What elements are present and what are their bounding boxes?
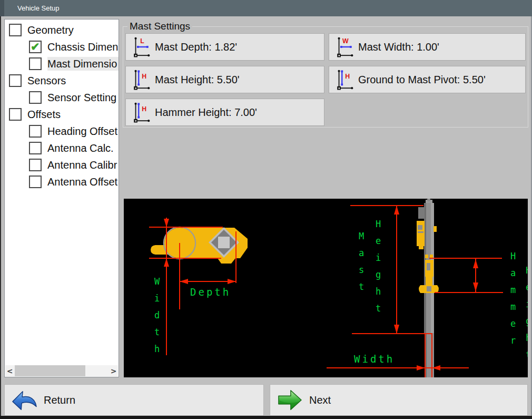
height-dimension-icon: H bbox=[131, 67, 151, 92]
tree-item-label[interactable]: Heading Offset bbox=[47, 124, 119, 138]
return-button[interactable]: Return bbox=[4, 384, 264, 416]
tree-item-label[interactable]: Sensors bbox=[27, 74, 119, 87]
hammer-height-label: Hammer Height: 7.00' bbox=[155, 106, 257, 119]
scroll-left-arrow[interactable]: < bbox=[5, 367, 14, 375]
vehicle-diagram-graphic bbox=[124, 199, 528, 377]
diagram-label-hammer: Hammer bbox=[508, 251, 517, 352]
setup-tree-panel: Geometry Chassis Dimen Mast Dimensio Sen… bbox=[4, 19, 119, 377]
tree-item-label[interactable]: Offsets bbox=[27, 108, 119, 121]
width-dimension-icon: W bbox=[334, 35, 354, 59]
checkbox-unchecked-icon[interactable] bbox=[29, 91, 42, 104]
tree-item-label[interactable]: Antenna Offset bbox=[47, 175, 119, 189]
diagram-label-top-width: Width bbox=[152, 276, 161, 360]
diagram-label-side-width: Width bbox=[354, 353, 395, 365]
tree-item-label[interactable]: Antenna Calc. bbox=[47, 141, 119, 155]
next-button-label: Next bbox=[309, 394, 331, 406]
ground-to-mast-pivot-button[interactable]: H Ground to Mast Pivot: 5.50' bbox=[329, 66, 526, 93]
ground-to-mast-pivot-label: Ground to Mast Pivot: 5.50' bbox=[358, 74, 486, 86]
mast-settings-group: Mast Settings L Mast Depth: 1.82' bbox=[123, 26, 528, 128]
checkbox-unchecked-icon[interactable] bbox=[29, 159, 42, 171]
diagram-label-mast: Mast bbox=[357, 231, 366, 298]
height-dimension-icon: H bbox=[131, 100, 151, 124]
mast-height-button[interactable]: H Mast Height: 5.50' bbox=[125, 66, 324, 93]
svg-text:H: H bbox=[142, 73, 146, 80]
checkbox-checked-icon[interactable] bbox=[29, 41, 42, 53]
window-titlebar: Vehicle Setup bbox=[0, 0, 532, 16]
tree-item-sensors[interactable]: Sensors bbox=[5, 72, 119, 89]
checkbox-unchecked-icon[interactable] bbox=[29, 57, 42, 70]
tree-item-geometry[interactable]: Geometry bbox=[5, 22, 119, 38]
tree-item-label[interactable]: Geometry bbox=[27, 23, 119, 37]
tree-horizontal-scrollbar[interactable]: < > bbox=[5, 365, 118, 376]
tree-item-sensor-settings[interactable]: Sensor Setting bbox=[5, 89, 119, 106]
checkbox-unchecked-icon[interactable] bbox=[29, 125, 42, 138]
scrollbar-track[interactable] bbox=[14, 365, 109, 376]
scroll-right-arrow[interactable]: > bbox=[109, 367, 118, 375]
hammer-height-button[interactable]: H Hammer Height: 7.00' bbox=[125, 99, 324, 126]
window-title: Vehicle Setup bbox=[17, 0, 60, 16]
svg-text:H: H bbox=[345, 73, 350, 80]
checkbox-unchecked-icon[interactable] bbox=[9, 108, 22, 121]
tree-item-label[interactable]: Chassis Dimen bbox=[47, 40, 119, 54]
mast-settings-group-title: Mast Settings bbox=[127, 21, 192, 32]
mast-depth-button[interactable]: L Mast Depth: 1.82' bbox=[125, 33, 324, 61]
tree-item-offsets[interactable]: Offsets bbox=[5, 106, 119, 123]
tree-item-antenna-calibration[interactable]: Antenna Calibr bbox=[5, 157, 119, 173]
diagram-label-mast-height: Height bbox=[373, 219, 382, 320]
setup-tree: Geometry Chassis Dimen Mast Dimensio Sen… bbox=[5, 22, 119, 190]
return-button-label: Return bbox=[44, 394, 75, 406]
next-button[interactable]: Next bbox=[270, 384, 528, 416]
mast-settings-buttons: L Mast Depth: 1.82' W Mast Width: bbox=[125, 33, 526, 126]
checkbox-unchecked-icon[interactable] bbox=[9, 74, 22, 87]
svg-text:L: L bbox=[140, 37, 144, 45]
tree-item-antenna-calc[interactable]: Antenna Calc. bbox=[5, 140, 119, 157]
tree-item-label-selected[interactable]: Mast Dimensio bbox=[47, 57, 119, 71]
checkbox-unchecked-icon[interactable] bbox=[29, 142, 42, 154]
checkbox-unchecked-icon[interactable] bbox=[9, 24, 22, 36]
tree-item-heading-offset[interactable]: Heading Offset bbox=[5, 123, 119, 140]
tree-item-mast-dimensions[interactable]: Mast Dimensio bbox=[5, 55, 119, 72]
svg-text:W: W bbox=[342, 37, 349, 45]
window-border-left bbox=[0, 16, 1, 416]
mast-depth-label: Mast Depth: 1.82' bbox=[155, 41, 237, 53]
checkbox-unchecked-icon[interactable] bbox=[29, 176, 42, 188]
mast-height-label: Mast Height: 5.50' bbox=[155, 74, 240, 86]
tree-item-label[interactable]: Antenna Calibr bbox=[47, 158, 119, 172]
tree-item-chassis-dimensions[interactable]: Chassis Dimen bbox=[5, 38, 119, 55]
mast-width-label: Mast Width: 1.00' bbox=[358, 41, 439, 53]
return-arrow-icon bbox=[11, 388, 37, 412]
tree-item-antenna-offset[interactable]: Antenna Offset bbox=[5, 173, 119, 190]
next-arrow-icon bbox=[277, 388, 303, 412]
window-border-bottom bbox=[0, 416, 532, 419]
diagram-label-depth: Depth bbox=[190, 286, 231, 298]
height-dimension-icon: H bbox=[334, 67, 354, 92]
scrollbar-thumb[interactable] bbox=[15, 365, 85, 376]
vehicle-setup-window: Vehicle Setup Geometry Chassis Dimen Mas… bbox=[0, 0, 532, 419]
depth-dimension-icon: L bbox=[131, 35, 151, 59]
mast-width-button[interactable]: W Mast Width: 1.00' bbox=[329, 33, 526, 61]
svg-text:H: H bbox=[142, 105, 146, 113]
diagram-label-hammer-height: Height bbox=[524, 265, 528, 366]
tree-item-label[interactable]: Sensor Setting bbox=[47, 91, 119, 104]
vehicle-diagram: Width Depth Mast Height Hammer Height Wi… bbox=[124, 199, 528, 377]
